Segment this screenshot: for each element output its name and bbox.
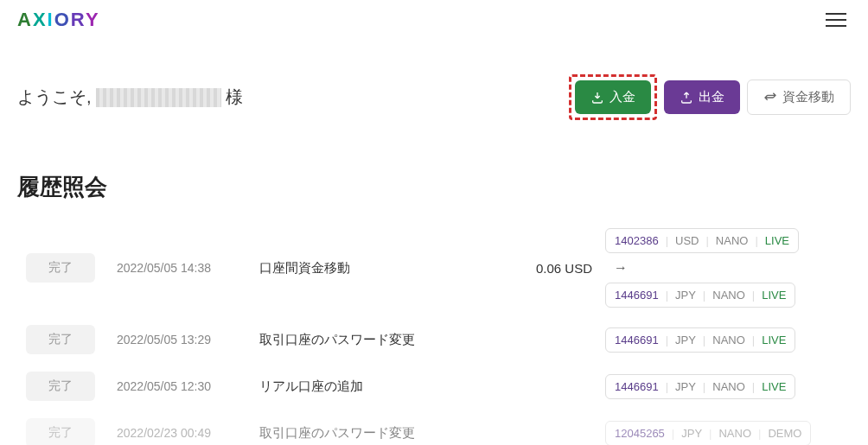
history-description: 口座間資金移動: [259, 260, 458, 277]
account-tag[interactable]: 1446691|JPY|NANO|LIVE: [605, 283, 795, 308]
history-description: 取引口座のパスワード変更: [259, 425, 458, 442]
account-tag[interactable]: 12045265|JPY|NANO|DEMO: [605, 421, 811, 446]
account-number: 1446691: [615, 289, 659, 302]
welcome-prefix: ようこそ,: [17, 86, 92, 109]
account-number: 1446691: [615, 380, 659, 393]
history-row[interactable]: 完了2022/05/05 13:29取引口座のパスワード変更1446691|JP…: [17, 316, 851, 363]
withdraw-label: 出金: [699, 89, 724, 105]
account-mode: LIVE: [762, 289, 786, 302]
account-mode: LIVE: [765, 234, 789, 247]
history-row[interactable]: 完了2022/05/05 12:30リアル口座の追加1446691|JPY|NA…: [17, 363, 851, 410]
account-plan: NANO: [712, 289, 745, 302]
deposit-highlight: 入金: [569, 74, 657, 120]
history-datetime: 2022/05/05 12:30: [117, 379, 246, 393]
history-list: 完了2022/05/05 14:38口座間資金移動0.06 USD1402386…: [0, 219, 868, 445]
account-mode: DEMO: [768, 427, 801, 440]
transfer-label: 資金移動: [782, 89, 834, 105]
history-datetime: 2022/02/23 00:49: [117, 426, 246, 440]
account-tags: 1402386|USD|NANO|LIVE→1446691|JPY|NANO|L…: [605, 228, 851, 308]
user-name-masked: [96, 88, 221, 107]
arrow-right-icon: →: [605, 258, 628, 277]
account-currency: JPY: [675, 334, 696, 346]
welcome-greeting: ようこそ, 様: [17, 86, 243, 109]
account-tags: 1446691|JPY|NANO|LIVE: [605, 374, 851, 399]
brand-logo[interactable]: AXIORY: [17, 9, 100, 31]
account-plan: NANO: [712, 380, 745, 393]
account-number: 12045265: [615, 427, 665, 440]
account-currency: USD: [675, 234, 699, 247]
account-mode: LIVE: [762, 380, 786, 393]
account-currency: JPY: [675, 380, 696, 393]
account-plan: NANO: [716, 234, 749, 247]
deposit-label: 入金: [610, 89, 635, 105]
deposit-button[interactable]: 入金: [575, 80, 651, 114]
history-datetime: 2022/05/05 13:29: [117, 333, 246, 346]
history-row[interactable]: 完了2022/02/23 00:49取引口座のパスワード変更12045265|J…: [17, 410, 851, 445]
history-row[interactable]: 完了2022/05/05 14:38口座間資金移動0.06 USD1402386…: [17, 219, 851, 316]
welcome-suffix: 様: [226, 86, 243, 109]
history-description: 取引口座のパスワード変更: [259, 332, 458, 348]
account-number: 1446691: [615, 334, 659, 346]
account-tags: 12045265|JPY|NANO|DEMO: [605, 421, 851, 446]
account-currency: JPY: [675, 289, 696, 302]
download-icon: [590, 91, 604, 105]
history-datetime: 2022/05/05 14:38: [117, 261, 246, 275]
status-badge: 完了: [26, 418, 95, 445]
withdraw-button[interactable]: 出金: [664, 80, 740, 114]
account-plan: NANO: [712, 334, 745, 346]
transfer-icon: [763, 91, 777, 105]
history-description: リアル口座の追加: [259, 378, 458, 395]
account-tag[interactable]: 1402386|USD|NANO|LIVE: [605, 228, 799, 253]
account-plan: NANO: [718, 427, 751, 440]
history-amount: 0.06 USD: [471, 261, 592, 276]
account-tag[interactable]: 1446691|JPY|NANO|LIVE: [605, 327, 795, 353]
status-badge: 完了: [26, 325, 95, 354]
upload-icon: [680, 91, 693, 105]
account-number: 1402386: [615, 234, 659, 247]
account-tag[interactable]: 1446691|JPY|NANO|LIVE: [605, 374, 795, 399]
status-badge: 完了: [26, 253, 95, 283]
account-tags: 1446691|JPY|NANO|LIVE: [605, 327, 851, 353]
account-mode: LIVE: [762, 334, 786, 346]
transfer-button[interactable]: 資金移動: [747, 79, 851, 115]
hamburger-menu-icon[interactable]: [821, 9, 851, 31]
account-currency: JPY: [681, 427, 702, 440]
status-badge: 完了: [26, 372, 95, 401]
history-section-title: 履歴照会: [0, 150, 868, 219]
